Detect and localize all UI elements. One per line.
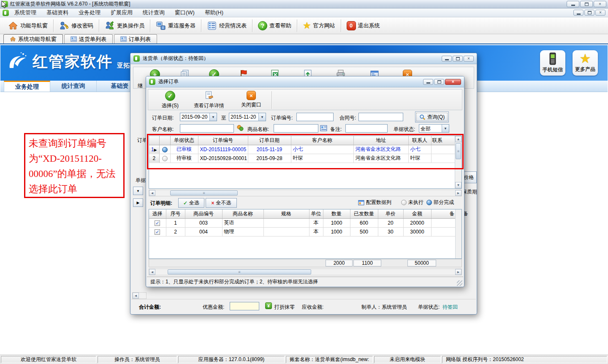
exit-button[interactable]: 0 退出系统 [343, 20, 384, 32]
status-operator: 操作员：系统管理员 [98, 356, 177, 363]
mdi-restore-icon[interactable] [584, 10, 594, 16]
menu-extend[interactable]: 扩展应用 [106, 8, 137, 17]
tab-nav-window[interactable]: 系统功能导航窗 [3, 34, 63, 43]
select-button[interactable]: ✓ 选择(S) [158, 90, 182, 110]
expand-row-button[interactable]: ▶ [133, 198, 143, 207]
more-products-button[interactable]: ★ 更多产品 [573, 50, 598, 76]
select-dialog-title: 选择订单 [158, 78, 179, 85]
date-to-combo[interactable]: 2015-11-20▼ [229, 113, 266, 121]
customer-input[interactable] [180, 124, 234, 133]
menu-help[interactable]: 帮助(H) [200, 8, 228, 17]
scroll-thumb: ≡ [456, 143, 461, 159]
select-order-dialog: 选择订单 × ✓ 选择(S) 查看订单详情 × 关闭窗口 订单 [146, 76, 464, 287]
x-icon: × [211, 200, 214, 206]
tab-order-list[interactable]: 订单列表 [114, 34, 157, 43]
order-row[interactable]: 2 待审核 XD-20150928-00001 2015-09-28 叶琛 河南… [149, 154, 456, 163]
chevron-down-icon: ▼ [209, 113, 217, 121]
dropdown-button[interactable]: ▼ [133, 187, 143, 195]
menu-stats[interactable]: 统计查询 [138, 8, 169, 17]
detail-table: 选择 序号 商品编号 商品名称 规格 单位 数量 已发数量 单价 金额 备 ✓ … [149, 209, 456, 236]
nav-tab-stats[interactable]: 统计查询 [50, 81, 97, 92]
orders-vscrollbar[interactable]: ▲ ≡ ▼ [455, 136, 461, 188]
col-shipped: 已发数量 [350, 209, 378, 218]
server-icon [156, 21, 166, 31]
status-filter-combo[interactable]: 全部▼ [419, 124, 449, 133]
order-no-input[interactable] [296, 113, 334, 121]
select-dialog-titlebar[interactable]: 选择订单 × [146, 76, 464, 87]
status-welcome: 欢迎使用红管家送货单软 [1, 356, 96, 363]
detail-hscrollbar[interactable]: ◄ ≡ ► [149, 269, 462, 275]
yen-icon[interactable]: ¥ [265, 302, 272, 309]
nav-tab-business[interactable]: 业务处理 [4, 81, 50, 92]
col-price: 单价 [378, 209, 403, 218]
orders-grid: 单据状态 订单编号 订单日期 客户名称 地址 联系人 联系 1▶ 已审核 XD-… [149, 136, 462, 189]
product-picker-icon[interactable] [320, 125, 327, 133]
nav-window-button[interactable]: 功能导航窗 [4, 19, 52, 32]
report-table-icon [207, 21, 217, 31]
business-report-button[interactable]: 经营情况表 [203, 19, 250, 32]
partial-doc-label: 单据 [136, 177, 146, 184]
partial-sphere-icon [426, 200, 432, 205]
contract-input[interactable] [358, 113, 403, 121]
official-site-button[interactable]: ★ 官方网站 [299, 20, 339, 32]
close-icon[interactable]: × [594, 1, 606, 7]
menu-window[interactable]: 窗口(W) [170, 8, 199, 17]
config-columns-icon [358, 200, 364, 206]
status-license: 网络版 授权序列号：20150526002 [442, 356, 607, 363]
restore-icon[interactable] [580, 1, 593, 7]
menu-system[interactable]: 系统管理 [10, 8, 41, 17]
partial-label: 继 [138, 82, 143, 90]
change-password-button[interactable]: 修改密码 [55, 19, 97, 32]
close-window-button[interactable]: × 关闭窗口 [238, 90, 265, 109]
tab-delivery-list[interactable]: 送货单列表 [64, 34, 113, 43]
row-checkbox[interactable]: ✓ [155, 229, 160, 235]
delivery-dialog-title: 送货单（单据状态：待签回） [143, 55, 209, 62]
mdi-minimize-icon[interactable] [573, 10, 584, 16]
reconnect-server-button[interactable]: 重连服务器 [152, 19, 199, 32]
delivery-hscrollbar[interactable]: ◄ [132, 292, 147, 299]
select-check-icon: ✓ [165, 91, 175, 101]
order-detail-label: 订单明细: [150, 200, 172, 207]
query-button[interactable]: 查询(Q) [415, 111, 449, 122]
mouse-cursor [1, 0, 8, 9]
total-amount: 50000 [407, 260, 436, 266]
date-from-combo[interactable]: 2015-09-20▼ [180, 113, 217, 121]
row-marker-icon: ▶ [154, 148, 157, 152]
round-off-label[interactable]: 打折抹零 [274, 304, 295, 311]
menu-basedata[interactable]: 基础资料 [42, 8, 73, 17]
select-restore-icon[interactable] [434, 79, 444, 85]
delivery-dialog-titlebar[interactable]: 送货单（单据状态：待签回） × [130, 53, 477, 64]
pending-sphere-icon [401, 200, 407, 205]
sms-button[interactable]: 手机短信 [540, 50, 565, 76]
select-close-icon[interactable]: × [445, 79, 461, 85]
help-button[interactable]: ? 查看帮助 [254, 20, 295, 32]
select-none-button[interactable]: × 全不选 [206, 198, 237, 208]
select-minimize-icon[interactable] [423, 79, 433, 85]
row-checkbox[interactable]: ✓ [155, 220, 160, 226]
detail-vscrollbar[interactable] [455, 209, 461, 258]
select-all-button[interactable]: ✓ 全选 [178, 198, 204, 208]
mdi-close-icon[interactable]: × [595, 10, 605, 16]
product-input[interactable] [274, 124, 318, 133]
remark-input[interactable] [345, 124, 388, 133]
close-window-icon: × [247, 91, 256, 100]
delivery-restore-icon[interactable] [453, 56, 463, 62]
order-row[interactable]: 1▶ 已审核 XD-20151119-00005 2015-11-19 小七 河… [149, 145, 456, 154]
doc-status-label: 单据状态: [418, 304, 440, 311]
mdi-area: 红管家软件 亚拓软件旗下产品 手机短信 ★ 更多产品 业务处理 统计查询 基础资… [0, 44, 608, 355]
minimize-icon[interactable] [567, 1, 579, 7]
delivery-close-icon[interactable]: × [464, 56, 474, 62]
customer-picker-icon[interactable] [236, 124, 244, 133]
discount-input[interactable] [230, 302, 259, 310]
scroll-left-icon: ◄ [149, 190, 155, 196]
menu-business[interactable]: 业务处理 [74, 8, 105, 17]
customer-label: 客户名称: [152, 126, 174, 133]
delivery-minimize-icon[interactable] [442, 56, 452, 62]
config-columns-button[interactable]: 配置数据列 [358, 199, 391, 206]
exit-icon: 0 [347, 21, 356, 30]
view-order-detail-button[interactable]: 查看订单详情 [190, 90, 228, 110]
resize-grip[interactable] [457, 280, 462, 286]
switch-operator-button[interactable]: 更换操作员 [101, 19, 148, 32]
orders-hscrollbar[interactable]: ◄ ≡ ► [149, 190, 462, 196]
scroll-down-icon: ▼ [455, 182, 461, 188]
